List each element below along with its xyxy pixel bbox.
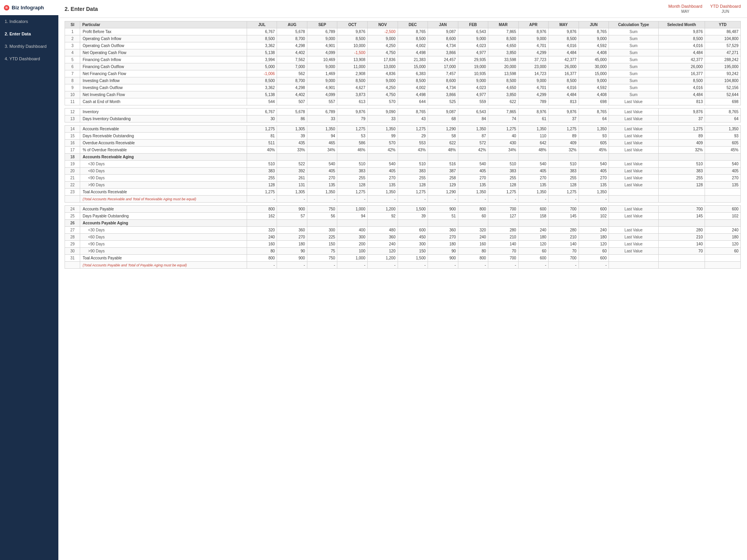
table-row: 11Cash at End of Month544507557613570644… — [65, 98, 741, 105]
table-row: 29 <90 Days16018015020024030018016014012… — [65, 241, 741, 248]
col-header-dec: DEC — [398, 21, 428, 28]
main-header: 2. Enter Data Month Dashboard MAY YTD Da… — [58, 0, 747, 18]
table-row: 3Operating Cash Outflow3,3624,2984,90110… — [65, 42, 741, 49]
col-header-jan: JAN — [428, 21, 458, 28]
table-row: 2Operating Cash Inflow8,5008,7009,0008,5… — [65, 35, 741, 42]
table-wrapper: Sl Particular JUL AUG SEP OCT NOV DEC JA… — [58, 18, 747, 272]
table-row: 24Accounts Payable8009007501,0001,2001,5… — [65, 206, 741, 213]
table-row: 19 <30 Days51052254051054051051654051054… — [65, 161, 741, 168]
table-row: 28 <60 Days24027022530036045027024021018… — [65, 234, 741, 241]
col-header-jul: JUL — [247, 21, 277, 28]
table-row: 31Toal Accounts Payable8009007501,0001,2… — [65, 255, 741, 262]
table-row: 13Days Inventory Outstanding308633793343… — [65, 116, 741, 122]
col-header-apr: APR — [518, 21, 549, 28]
app-container: B Biz Infograph 1. Indicators 2. Enter D… — [0, 0, 747, 560]
table-row: 10Net Investing Cash Flow5,1384,4024,099… — [65, 91, 741, 98]
sidebar-item-indicators[interactable]: 1. Indicators — [0, 15, 58, 28]
table-row: 26Accounts Payable Aging — [65, 220, 741, 227]
note-row: (Total Accounts Payable and Total of Pay… — [65, 262, 741, 269]
col-header-ytd: YTD — [705, 21, 741, 28]
table-row: 8Investing Cash Inflow8,5008,7009,0008,5… — [65, 77, 741, 84]
table-row: 20 <60 Days38339240538340538338740538340… — [65, 168, 741, 175]
col-header-aug: AUG — [277, 21, 307, 28]
table-row: 4Net Operating Cash Flow5,1384,4024,099-… — [65, 49, 741, 56]
col-header-oct: OCT — [337, 21, 368, 28]
col-header-jun: JUN — [579, 21, 609, 28]
table-row: 16Overdue Accounts Receivable51143546558… — [65, 140, 741, 147]
table-row: 5Financing Cash Inflow3,9947,56210,46913… — [65, 56, 741, 63]
col-header-calc: Calculation Type — [609, 21, 658, 28]
page-title: 2. Enter Data — [65, 6, 98, 12]
col-header-particular: Particular — [80, 21, 247, 28]
logo-icon: B — [4, 5, 9, 10]
sidebar-item-ytd-dashboard[interactable]: 4. YTD Dashboard — [0, 52, 58, 65]
sidebar-item-enter-data[interactable]: 2. Enter Data — [0, 28, 58, 40]
note-row: (Total Accounts Receivable and Total of … — [65, 196, 741, 203]
col-header-may: MAY — [549, 21, 579, 28]
table-row: 7Net Financing Cash Flow-1,0065621,4692,… — [65, 70, 741, 77]
table-row: 15Days Receivable Outstanding81399453992… — [65, 133, 741, 140]
table-row: 21 <90 Days25526127025527025525827025527… — [65, 175, 741, 182]
table-row: 6Financing Cash Outflow5,0007,0009,00011… — [65, 63, 741, 70]
data-table: Sl Particular JUL AUG SEP OCT NOV DEC JA… — [65, 21, 741, 269]
table-row — [65, 105, 741, 108]
table-row — [65, 122, 741, 126]
table-row: 14Accounts Receivable1,2751,3051,3501,27… — [65, 126, 741, 133]
table-row: 22 >90 Days12813113512813512812913512813… — [65, 182, 741, 189]
col-header-si: Sl — [65, 21, 80, 28]
header-right: Month Dashboard MAY YTD Dashboard JUN — [668, 4, 741, 14]
table-row: 30 >90 Days809075100120150908070607060La… — [65, 248, 741, 255]
table-row — [65, 203, 741, 206]
logo-text: Biz Infograph — [12, 5, 44, 10]
table-row: 23Toal Accounts Receivable1,2751,3051,35… — [65, 189, 741, 196]
sidebar-item-monthly-dashboard[interactable]: 3. Monthly Dashboard — [0, 40, 58, 52]
table-header-row: Sl Particular JUL AUG SEP OCT NOV DEC JA… — [65, 21, 741, 28]
logo: B Biz Infograph — [0, 0, 58, 15]
col-header-sep: SEP — [307, 21, 337, 28]
col-header-selmonth: Selected Month — [658, 21, 705, 28]
col-header-mar: MAR — [488, 21, 519, 28]
month-dashboard-link[interactable]: Month Dashboard MAY — [668, 4, 702, 14]
table-row: 17% of Overdue Receivable40%33%34%46%42%… — [65, 147, 741, 154]
col-header-nov: NOV — [367, 21, 398, 28]
main-content: 2. Enter Data Month Dashboard MAY YTD Da… — [58, 0, 747, 560]
col-header-feb: FEB — [458, 21, 488, 28]
table-row: 18Accounts Receivable Aging — [65, 154, 741, 161]
table-row: 25Days Payable Outstanding16257569492395… — [65, 213, 741, 220]
table-row: 1Profit Before Tax6,7675,6786,7899,876-2… — [65, 28, 741, 35]
table-row: 27 <30 Days32036030040048060036032028024… — [65, 227, 741, 234]
table-row: 9Investing Cash Outflow3,3624,2984,9014,… — [65, 84, 741, 91]
sidebar: B Biz Infograph 1. Indicators 2. Enter D… — [0, 0, 58, 560]
table-row: 12Inventory6,7675,6786,7899,8769,0908,76… — [65, 108, 741, 116]
ytd-dashboard-link[interactable]: YTD Dashboard JUN — [710, 4, 741, 14]
